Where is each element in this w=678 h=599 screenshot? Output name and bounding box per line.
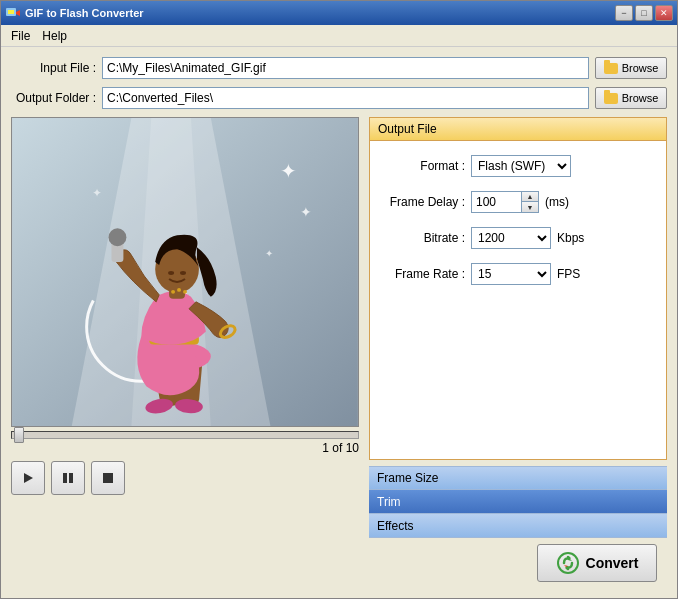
frame-delay-spinner: ▲ ▼ <box>471 191 539 213</box>
bitrate-label: Bitrate : <box>380 231 465 245</box>
svg-point-21 <box>168 271 174 275</box>
preview-canvas: ✦ ✦ ✦ ✦ <box>11 117 359 427</box>
frame-rate-unit: FPS <box>557 267 580 281</box>
input-file-field[interactable] <box>102 57 589 79</box>
frame-delay-label: Frame Delay : <box>380 195 465 209</box>
frame-rate-label: Frame Rate : <box>380 267 465 281</box>
playback-slider[interactable] <box>11 431 359 439</box>
svg-text:✦: ✦ <box>265 248 273 259</box>
frame-rate-select[interactable]: 15 10 20 25 30 <box>471 263 551 285</box>
slider-thumb <box>14 427 24 443</box>
right-panel: Output File Format : Flash (SWF) AVI MP4 <box>369 117 667 588</box>
menu-bar: File Help <box>1 25 677 47</box>
frame-size-label: Frame Size <box>377 471 438 485</box>
folder-icon <box>604 63 618 74</box>
main-content: Input File : Browse Output Folder : Brow… <box>1 47 677 598</box>
collapsible-rows: Frame Size Trim Effects <box>369 466 667 538</box>
close-button[interactable]: ✕ <box>655 5 673 21</box>
frame-delay-down[interactable]: ▼ <box>522 202 538 212</box>
trim-label: Trim <box>377 495 401 509</box>
frame-delay-row: Frame Delay : ▲ ▼ (ms) <box>380 191 656 213</box>
minimize-button[interactable]: − <box>615 5 633 21</box>
output-folder-row: Output Folder : Browse <box>11 87 667 109</box>
svg-point-25 <box>177 288 181 292</box>
svg-point-18 <box>108 228 126 246</box>
output-folder-field[interactable] <box>102 87 589 109</box>
svg-marker-27 <box>24 473 33 483</box>
browse-label-2: Browse <box>622 92 659 104</box>
maximize-button[interactable]: □ <box>635 5 653 21</box>
format-label: Format : <box>380 159 465 173</box>
frame-delay-up[interactable]: ▲ <box>522 192 538 202</box>
input-file-row: Input File : Browse <box>11 57 667 79</box>
menu-help[interactable]: Help <box>36 27 73 45</box>
output-file-body: Format : Flash (SWF) AVI MP4 Frame Delay… <box>370 141 666 459</box>
format-select[interactable]: Flash (SWF) AVI MP4 <box>471 155 571 177</box>
window-title: GIF to Flash Converter <box>25 7 615 19</box>
svg-marker-2 <box>16 10 20 16</box>
title-bar: GIF to Flash Converter − □ ✕ <box>1 1 677 25</box>
svg-text:✦: ✦ <box>92 186 102 200</box>
output-folder-browse-button[interactable]: Browse <box>595 87 667 109</box>
menu-file[interactable]: File <box>5 27 36 45</box>
trim-row[interactable]: Trim <box>369 490 667 514</box>
main-window: GIF to Flash Converter − □ ✕ File Help I… <box>0 0 678 599</box>
input-file-browse-button[interactable]: Browse <box>595 57 667 79</box>
browse-label-1: Browse <box>622 62 659 74</box>
convert-row: Convert <box>369 538 667 588</box>
pause-button[interactable] <box>51 461 85 495</box>
format-row: Format : Flash (SWF) AVI MP4 <box>380 155 656 177</box>
convert-button-label: Convert <box>586 555 639 571</box>
frame-size-row[interactable]: Frame Size <box>369 466 667 490</box>
window-icon <box>5 5 21 21</box>
stop-button[interactable] <box>91 461 125 495</box>
effects-label: Effects <box>377 519 413 533</box>
svg-rect-28 <box>63 473 67 483</box>
input-file-label: Input File : <box>11 61 96 75</box>
slider-row <box>11 431 359 439</box>
frame-count: 1 of 10 <box>11 441 359 455</box>
bitrate-row: Bitrate : 1200 800 600 400 Kbps <box>380 227 656 249</box>
effects-row[interactable]: Effects <box>369 514 667 538</box>
svg-rect-30 <box>103 473 113 483</box>
svg-rect-29 <box>69 473 73 483</box>
svg-point-26 <box>183 290 187 294</box>
output-file-header: Output File <box>370 118 666 141</box>
frame-rate-row: Frame Rate : 15 10 20 25 30 FPS <box>380 263 656 285</box>
svg-rect-1 <box>8 10 14 14</box>
convert-icon <box>556 551 580 575</box>
play-button[interactable] <box>11 461 45 495</box>
frame-delay-input[interactable] <box>471 191 521 213</box>
output-folder-label: Output Folder : <box>11 91 96 105</box>
playback-controls <box>11 461 359 495</box>
svg-point-24 <box>171 290 175 294</box>
bitrate-unit: Kbps <box>557 231 584 245</box>
svg-point-22 <box>180 271 186 275</box>
title-bar-buttons: − □ ✕ <box>615 5 673 21</box>
svg-text:✦: ✦ <box>280 160 297 182</box>
preview-area: ✦ ✦ ✦ ✦ <box>11 117 359 588</box>
bitrate-select[interactable]: 1200 800 600 400 <box>471 227 551 249</box>
svg-text:✦: ✦ <box>300 204 312 220</box>
folder-icon-2 <box>604 93 618 104</box>
frame-delay-unit: (ms) <box>545 195 569 209</box>
bottom-section: ✦ ✦ ✦ ✦ <box>11 117 667 588</box>
output-file-box: Output File Format : Flash (SWF) AVI MP4 <box>369 117 667 460</box>
convert-button[interactable]: Convert <box>537 544 657 582</box>
frame-delay-spin-buttons: ▲ ▼ <box>521 191 539 213</box>
